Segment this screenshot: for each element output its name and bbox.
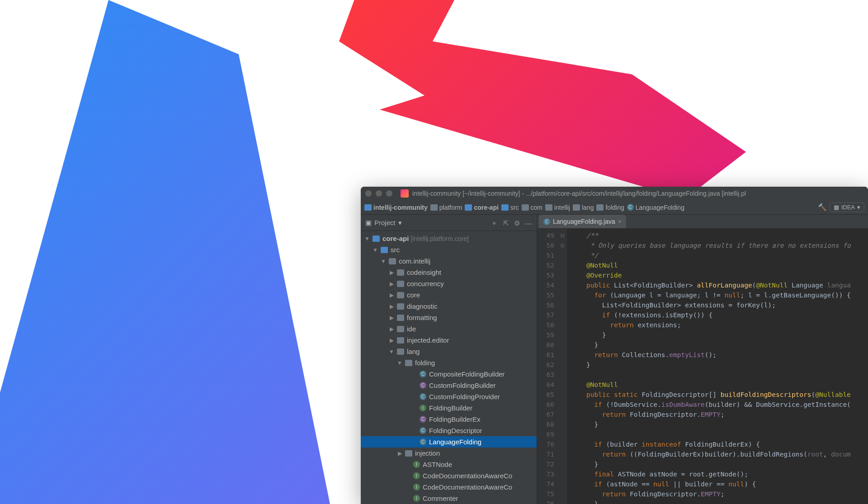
tree-label: src	[391, 246, 400, 254]
window-title: intellij-community [~/intellij-community…	[412, 190, 746, 197]
tree-label: formatting	[407, 314, 437, 321]
tree-node-c6[interactable]: CFoldingDescriptor	[361, 425, 537, 436]
locate-icon[interactable]: ⌖	[492, 219, 500, 226]
tree-node-injected[interactable]: ▶injected.editor	[361, 334, 537, 346]
fold-gutter[interactable]: ⊟ ⊟	[558, 229, 567, 504]
tree-node-c1[interactable]: CCompositeFoldingBuilder	[361, 368, 537, 380]
breadcrumb-root[interactable]: intellij-community	[364, 204, 428, 211]
tree-label: LanguageFolding	[429, 438, 481, 446]
collapse-icon[interactable]: ⇱	[503, 219, 510, 226]
breadcrumb-item[interactable]: com	[522, 204, 542, 211]
folder-icon	[397, 315, 404, 321]
breadcrumb-bar: intellij-community platform core-api src…	[361, 200, 868, 215]
editor-tab[interactable]: C LanguageFolding.java ×	[539, 215, 626, 228]
sidebar-title[interactable]: Project	[374, 219, 396, 226]
tree-node-injection[interactable]: ▶injection	[361, 447, 537, 459]
tree-node-formatting[interactable]: ▶formatting	[361, 312, 537, 323]
folder-icon	[501, 204, 509, 211]
tree-label: com.intellij	[399, 257, 430, 265]
line-gutter: 49 50 51 52 53 54 55 56 57 58 59 60 61 6…	[537, 229, 558, 504]
project-sidebar: ▣ Project ▾ ⌖ ⇱ ⚙ — ▼core-api [intellij.…	[361, 215, 537, 504]
tree-label: injection	[415, 449, 440, 457]
close-icon[interactable]	[365, 190, 372, 197]
tree-label: ide	[407, 325, 416, 333]
tree-label: CustomFoldingBuilder	[429, 382, 496, 389]
tree-node-src[interactable]: ▼src	[361, 244, 537, 255]
interface-icon: I	[420, 405, 426, 411]
tree-label: injected.editor	[407, 336, 449, 344]
tree-label: diagnostic	[407, 302, 438, 310]
class-icon: C	[543, 218, 550, 225]
tree-label: FoldingBuilderEx	[429, 415, 480, 423]
tree-label: concurrency	[407, 280, 444, 287]
folder-icon	[596, 204, 604, 211]
ide-window: intellij-community [~/intellij-community…	[361, 187, 868, 504]
folder-icon	[397, 269, 404, 276]
tree-node-c5[interactable]: CFoldingBuilderEx	[361, 414, 537, 425]
run-config-combo[interactable]: ▦ IDEA ▾	[830, 203, 864, 212]
breadcrumb-item[interactable]: src	[501, 204, 519, 211]
tree-label: CompositeFoldingBuilder	[429, 370, 505, 378]
tree-label: CodeDocumentationAwareCo	[423, 483, 512, 491]
build-button[interactable]: 🔨	[818, 203, 827, 212]
maximize-icon[interactable]	[386, 190, 392, 197]
breadcrumb-item[interactable]: folding	[596, 204, 624, 211]
breadcrumb-item[interactable]: lang	[573, 204, 594, 211]
tree-node-c2[interactable]: CCustomFoldingBuilder	[361, 380, 537, 391]
folder-icon	[465, 204, 472, 211]
bg-gradient-red	[339, 0, 746, 199]
hide-icon[interactable]: —	[525, 219, 532, 226]
folder-icon	[397, 326, 404, 332]
folder-icon	[405, 450, 412, 457]
tree-node-codeinsight[interactable]: ▶codeinsight	[361, 267, 537, 278]
class-icon: C	[420, 371, 426, 377]
class-icon: C	[420, 393, 426, 400]
chevron-down-icon: ▾	[857, 204, 860, 211]
folder-icon	[573, 204, 580, 211]
project-tree[interactable]: ▼core-api [intellij.platform.core]▼src▼c…	[361, 231, 537, 504]
tree-node-c7[interactable]: CLanguageFolding	[361, 436, 537, 447]
folder-icon	[430, 204, 438, 211]
folder-icon	[545, 204, 552, 211]
tree-node-ast[interactable]: IASTNode	[361, 459, 537, 470]
code-editor[interactable]: 49 50 51 52 53 54 55 56 57 58 59 60 61 6…	[537, 229, 868, 504]
tree-node-cmt[interactable]: ICommenter	[361, 493, 537, 504]
tree-node-c3[interactable]: CCustomFoldingProvider	[361, 391, 537, 402]
tree-node-diagnostic[interactable]: ▶diagnostic	[361, 301, 537, 312]
run-config-icon: ▦	[834, 204, 839, 211]
app-icon	[401, 189, 409, 198]
window-controls[interactable]	[365, 190, 392, 197]
code-area[interactable]: /** * Only queries base language results…	[567, 229, 868, 504]
interface-icon: I	[413, 461, 420, 468]
breadcrumb-class[interactable]: CLanguageFolding	[627, 204, 684, 211]
tree-node-c4[interactable]: IFoldingBuilder	[361, 402, 537, 414]
class-icon: C	[627, 204, 634, 211]
tree-label: lang	[407, 348, 420, 355]
tree-node-core[interactable]: ▶core	[361, 289, 537, 301]
folder-icon	[405, 360, 412, 366]
tree-node-concurrency[interactable]: ▶concurrency	[361, 278, 537, 289]
tree-node-lang[interactable]: ▼lang	[361, 346, 537, 357]
folder-icon	[397, 281, 404, 287]
close-icon[interactable]: ×	[618, 218, 622, 225]
breadcrumb-item[interactable]: intellij	[545, 204, 570, 211]
sidebar-header: ▣ Project ▾ ⌖ ⇱ ⚙ —	[361, 215, 537, 231]
chevron-down-icon[interactable]: ▾	[398, 219, 402, 227]
tree-node-cd2[interactable]: ICodeDocumentationAwareCo	[361, 481, 537, 493]
tree-node-folding[interactable]: ▼folding	[361, 357, 537, 368]
tree-node-ide[interactable]: ▶ide	[361, 323, 537, 334]
tree-node-root[interactable]: ▼core-api [intellij.platform.core]	[361, 233, 537, 244]
project-icon: ▣	[365, 219, 372, 227]
class-icon: C	[420, 438, 426, 445]
tree-label: codeinsight	[407, 268, 441, 276]
interface-icon: I	[413, 495, 420, 502]
breadcrumb-item[interactable]: platform	[430, 204, 462, 211]
tree-node-pkg[interactable]: ▼com.intellij	[361, 255, 537, 267]
folder-icon	[381, 247, 388, 253]
breadcrumb-item[interactable]: core-api	[465, 204, 498, 211]
minimize-icon[interactable]	[376, 190, 382, 197]
folder-icon	[364, 204, 372, 211]
class-icon: C	[420, 427, 426, 434]
gear-icon[interactable]: ⚙	[514, 219, 521, 226]
tree-node-cd1[interactable]: ICodeDocumentationAwareCo	[361, 470, 537, 481]
